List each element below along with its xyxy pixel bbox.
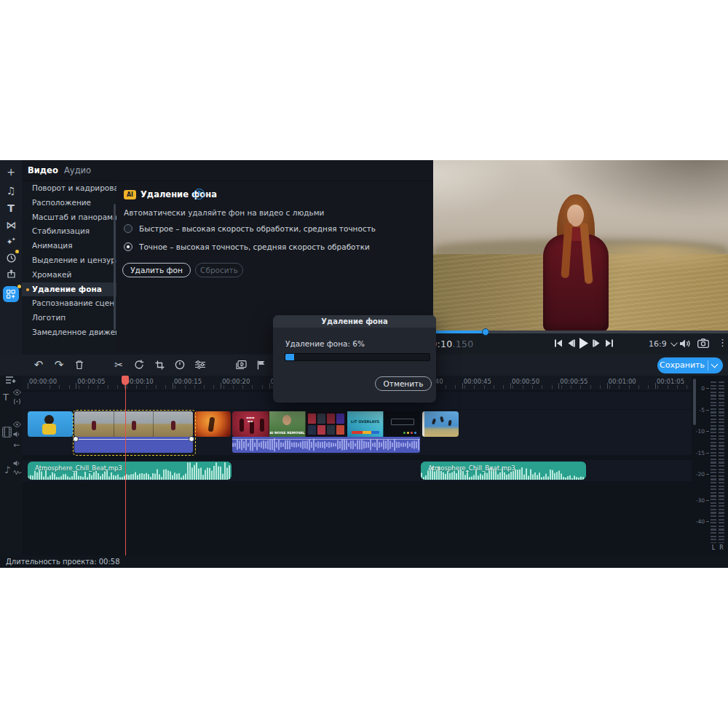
project-duration: Длительность проекта: 00:58 — [6, 558, 120, 566]
music-icon[interactable]: ♫ — [0, 182, 22, 199]
video-track-arrow-icon[interactable]: ← — [13, 440, 20, 450]
menu-scrollbar[interactable] — [114, 204, 116, 330]
ruler-timestamp: 00:01:05 — [657, 378, 684, 385]
video-clip-5[interactable] — [422, 411, 459, 437]
save-label: Сохранить — [657, 357, 707, 373]
meter-channel-left: L — [711, 545, 716, 551]
tab-audio[interactable]: Аудио — [64, 160, 91, 181]
menu-item[interactable]: Распознавание сцен — [22, 296, 116, 311]
add-media-icon[interactable]: + — [0, 163, 22, 181]
video-track-mute-icon[interactable] — [13, 431, 21, 438]
playhead-line[interactable] — [125, 376, 127, 555]
audio-track-icon: ♪ — [4, 464, 10, 475]
marker-icon[interactable] — [254, 358, 267, 371]
status-bar: Длительность проекта: 00:58 — [0, 555, 728, 568]
meter-db-label: -15 — [692, 450, 705, 456]
clip-speed-icon[interactable] — [173, 358, 186, 371]
radio-option-fast[interactable]: Быстрое – высокая скорость обработки, ср… — [124, 223, 376, 234]
audio-track-wave-icon[interactable] — [13, 470, 22, 475]
volume-icon[interactable] — [679, 339, 691, 349]
titles-icon[interactable]: T — [0, 199, 22, 217]
radio-icon-selected — [124, 242, 132, 251]
more-options-icon[interactable]: ⋮ — [718, 337, 727, 348]
tab-video[interactable]: Видео — [28, 160, 58, 181]
add-track-icon[interactable] — [5, 376, 17, 385]
menu-item[interactable]: Хромакей — [22, 268, 116, 282]
dialog-progress-bar — [285, 353, 430, 361]
volume-handle-left[interactable] — [73, 436, 79, 442]
redo-icon[interactable]: ↷ — [52, 358, 66, 371]
playback-controls: 00:00:10.150 16:9 ⋮ — [433, 333, 728, 355]
video-preview — [433, 160, 728, 331]
video-clip-4[interactable]: ▬▬▬▬▬ AI NOISE REMOVAL LIT OVERLAYS — [232, 411, 420, 437]
video-clip-1[interactable] — [28, 411, 73, 437]
video-clip-3[interactable] — [194, 411, 231, 437]
audio-track-mute-icon[interactable] — [13, 460, 21, 467]
skip-end-icon[interactable] — [604, 339, 614, 348]
app-sidebar: + ♫ T ⋈ ✦✦ — [0, 160, 22, 355]
ruler-timestamp: 00:00:10 — [126, 378, 154, 385]
menu-item[interactable]: Замедленное движение — [22, 325, 116, 340]
aspect-ratio-select[interactable]: 16:9 — [649, 339, 676, 349]
effects-icon[interactable]: ✦✦ — [0, 233, 22, 250]
more-tools-icon[interactable] — [3, 286, 19, 302]
rotate-icon[interactable] — [132, 358, 146, 371]
menu-item[interactable]: Масштаб и панорама — [22, 210, 116, 225]
crop-icon[interactable] — [153, 358, 166, 371]
volume-handle-right[interactable] — [189, 436, 194, 442]
audio-clip-1[interactable]: Atmosphere_Chill_Beat.mp3 — [28, 462, 232, 480]
volume-line — [232, 439, 420, 440]
save-button[interactable]: Сохранить — [657, 357, 723, 373]
radio-option-precise[interactable]: Точное – высокая точность, средняя скоро… — [124, 242, 370, 252]
ruler-tick — [221, 383, 221, 389]
menu-item[interactable]: Стабилизация — [22, 224, 116, 239]
remove-background-button[interactable]: Удалить фон — [122, 263, 191, 277]
snapshot-icon[interactable] — [697, 339, 709, 348]
prev-frame-icon[interactable] — [566, 339, 575, 348]
tools-menu: Поворот и кадрирова...РасположениеМасшта… — [22, 181, 116, 353]
radio-label: Точное – высокая точность, средняя скоро… — [139, 242, 370, 251]
recent-icon[interactable] — [0, 249, 22, 266]
reset-button[interactable]: Сбросить — [195, 263, 243, 277]
panel-description: Автоматически удаляйте фон на видео с лю… — [124, 208, 324, 217]
menu-item[interactable]: Анимация — [22, 239, 116, 253]
help-icon[interactable]: ? — [194, 189, 205, 199]
timeline-vertical-scrollbar[interactable] — [693, 379, 696, 425]
volume-line[interactable] — [74, 439, 193, 440]
play-icon[interactable] — [578, 337, 589, 349]
progress-dialog: Удаление фона Удаление фона: 6% Отменить — [273, 315, 436, 403]
export-icon[interactable] — [0, 265, 22, 282]
save-chevron-icon[interactable] — [711, 360, 719, 368]
skip-start-icon[interactable] — [554, 339, 563, 348]
dialog-title[interactable]: Удаление фона — [273, 315, 436, 328]
menu-item[interactable]: Поворот и кадрирова... — [22, 181, 116, 196]
transition-icon[interactable] — [234, 358, 248, 371]
menu-item[interactable]: Выделение и цензура — [22, 253, 116, 268]
ruler-tick — [607, 383, 608, 389]
menu-item[interactable]: Расположение — [22, 196, 116, 210]
video-clip-2-audio-band[interactable] — [74, 437, 193, 453]
audio-clip-2[interactable]: Atmosphere_Chill_Beat.mp3 — [421, 462, 586, 480]
title-track-link-icon[interactable] — [13, 398, 21, 405]
video-clip-4-audio-band[interactable] — [232, 437, 420, 453]
seek-handle[interactable] — [482, 328, 489, 336]
menu-item[interactable]: Удаление фона — [22, 282, 116, 297]
cut-icon[interactable]: ✂ — [112, 358, 125, 371]
menu-item[interactable]: Логотип — [22, 311, 116, 325]
transitions-icon[interactable]: ⋈ — [0, 216, 22, 234]
next-frame-icon[interactable] — [593, 339, 601, 348]
delete-icon[interactable] — [73, 358, 86, 371]
playhead-handle[interactable] — [122, 376, 129, 385]
dialog-progress-fill — [285, 354, 294, 360]
ai-badge: AI — [124, 190, 136, 199]
dialog-cancel-button[interactable]: Отменить — [375, 376, 432, 391]
video-clip-2-selected[interactable] — [74, 411, 193, 437]
video-track-visibility-icon[interactable] — [13, 422, 21, 427]
seek-bar[interactable] — [433, 331, 728, 333]
title-track-visibility-icon[interactable] — [13, 389, 21, 395]
preview-subject — [542, 191, 609, 331]
color-adjust-icon[interactable] — [194, 358, 207, 371]
undo-icon[interactable]: ↶ — [32, 358, 45, 371]
panel-tabs: Видео Аудио — [22, 160, 433, 181]
ruler-tick — [28, 383, 28, 389]
